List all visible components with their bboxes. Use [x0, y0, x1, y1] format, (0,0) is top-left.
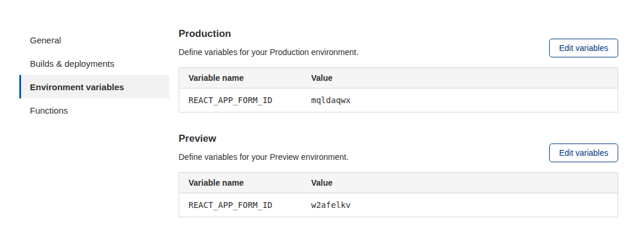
- value-column-header: Value: [302, 68, 618, 88]
- preview-section-description: Define variables for your Preview enviro…: [179, 152, 348, 162]
- edit-variables-button-production[interactable]: Edit variables: [549, 39, 618, 57]
- sidebar-item-environment-variables[interactable]: Environment variables: [19, 75, 169, 98]
- production-section: Production Define variables for your Pro…: [179, 28, 618, 112]
- variable-name-column-header: Variable name: [179, 173, 302, 193]
- environment-variables-panel: Production Define variables for your Pro…: [179, 28, 618, 217]
- production-variables-table: Variable name Value REACT_APP_FORM_ID mq…: [179, 67, 618, 112]
- table-row: REACT_APP_FORM_ID w2afelkv: [179, 193, 618, 217]
- value-column-header: Value: [302, 173, 618, 193]
- table-header-row: Variable name Value: [179, 173, 618, 193]
- variable-name-column-header: Variable name: [179, 68, 302, 88]
- variable-value-cell: w2afelkv: [302, 193, 618, 217]
- table-header-row: Variable name Value: [179, 68, 618, 88]
- preview-section-title: Preview: [179, 133, 348, 145]
- settings-sidebar: General Builds & deployments Environment…: [19, 28, 169, 217]
- preview-variables-table: Variable name Value REACT_APP_FORM_ID w2…: [179, 172, 618, 217]
- settings-page: General Builds & deployments Environment…: [0, 0, 644, 217]
- edit-variables-button-preview[interactable]: Edit variables: [549, 144, 618, 162]
- sidebar-item-general[interactable]: General: [19, 28, 169, 52]
- variable-name-cell: REACT_APP_FORM_ID: [179, 88, 302, 112]
- preview-section-text: Preview Define variables for your Previe…: [179, 133, 348, 162]
- table-row: REACT_APP_FORM_ID mqldaqwx: [179, 88, 618, 112]
- variable-name-cell: REACT_APP_FORM_ID: [179, 193, 302, 217]
- preview-section-header: Preview Define variables for your Previe…: [179, 133, 618, 162]
- preview-section: Preview Define variables for your Previe…: [179, 133, 618, 217]
- production-section-title: Production: [179, 28, 358, 40]
- production-section-description: Define variables for your Production env…: [179, 47, 358, 57]
- production-section-text: Production Define variables for your Pro…: [179, 28, 358, 57]
- production-section-header: Production Define variables for your Pro…: [179, 28, 618, 57]
- sidebar-item-builds-deployments[interactable]: Builds & deployments: [19, 52, 169, 75]
- variable-value-cell: mqldaqwx: [302, 88, 618, 112]
- sidebar-item-functions[interactable]: Functions: [19, 98, 169, 122]
